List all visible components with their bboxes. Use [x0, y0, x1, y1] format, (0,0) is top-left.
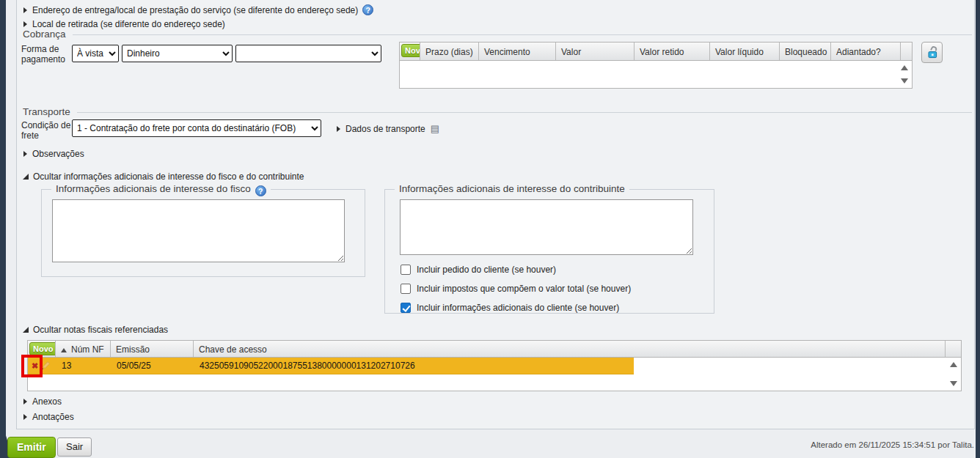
incluir-pedido-label: Incluir pedido do cliente (se houver) — [417, 265, 556, 275]
scroll-down-icon[interactable] — [901, 78, 908, 84]
column-header-vencimento[interactable]: Vencimento — [479, 43, 556, 60]
condicao-frete-label: Condição de frete — [21, 120, 74, 141]
incluir-info-cliente-label: Incluir informações adicionais do client… — [417, 303, 619, 313]
forma-pagamento-label: Forma de pagamento — [21, 44, 74, 64]
column-header-adiantado[interactable]: Adiantado? — [831, 43, 901, 60]
nova-nota-button[interactable]: Novo — [29, 342, 56, 355]
toggle-retirada-label: Local de retirada (se diferente do ender… — [32, 19, 225, 29]
checkbox-row-impostos: Incluir impostos que compõem o valor tot… — [401, 284, 631, 294]
anexos-label: Anexos — [32, 396, 62, 407]
incluir-impostos-checkbox[interactable] — [401, 284, 411, 294]
emitir-button[interactable]: Emitir — [7, 437, 56, 458]
column-header-prazo[interactable]: Prazo (dias) — [420, 43, 479, 60]
chave-acesso-cell: 4325059109052200018755138000000013120271… — [194, 361, 634, 371]
transporte-legend: Transporte — [23, 106, 77, 117]
observacoes-label: Observações — [32, 149, 84, 159]
notas-toggle-label: Ocultar notas fiscais referenciadas — [33, 325, 168, 335]
incluir-impostos-label: Incluir impostos que compõem o valor tot… — [417, 284, 631, 294]
help-icon[interactable] — [362, 4, 373, 15]
column-header-emissao[interactable]: Emissão — [111, 341, 194, 357]
fisco-legend-text: Informações adicionais de interesse do f… — [56, 183, 251, 194]
column-header-valor-retido[interactable]: Valor retido — [635, 43, 710, 60]
sair-button[interactable]: Sair — [57, 437, 92, 457]
collapsed-arrow-icon — [337, 126, 340, 132]
delete-row-icon[interactable]: ✖ — [32, 362, 38, 370]
expanded-arrow-icon — [23, 174, 29, 180]
nova-parcela-button[interactable]: Novo — [401, 44, 420, 57]
lock-button[interactable] — [921, 42, 943, 63]
contribuinte-fieldset: Informações adicionais de interesse do c… — [384, 189, 714, 314]
meio-pagamento-select[interactable]: Dinheiro — [122, 45, 233, 62]
toggle-observacoes[interactable]: Observações — [23, 149, 84, 159]
sort-asc-icon — [61, 348, 67, 352]
scroll-down-icon[interactable] — [950, 381, 957, 386]
emissao-cell: 05/05/25 — [111, 361, 194, 371]
cobranca-divider — [23, 34, 972, 35]
info-adicionais-toggle-label: Ocultar informações adicionais de intere… — [33, 171, 304, 182]
column-header-chave[interactable]: Chave de acesso — [194, 341, 946, 357]
toggle-local-retirada[interactable]: Local de retirada (se diferente do ender… — [23, 19, 225, 29]
checkbox-row-pedido: Incluir pedido do cliente (se houver) — [401, 265, 556, 275]
status-text: Alterado em 26/11/2025 15:34:51 por Tali… — [811, 440, 974, 449]
help-icon[interactable] — [255, 185, 266, 196]
toggle-endereco-label: Endereço de entrega/local de prestação d… — [32, 5, 358, 15]
toggle-info-adicionais[interactable]: Ocultar informações adicionais de intere… — [23, 171, 304, 182]
checkbox-row-info-cliente: Incluir informações adicionais do client… — [401, 303, 619, 313]
anotacoes-label: Anotações — [32, 412, 74, 422]
nota-referenciada-row[interactable]: ✖ 13 05/05/25 43250591090522000187551380… — [28, 358, 634, 374]
incluir-info-cliente-checkbox[interactable] — [401, 303, 411, 313]
toggle-endereco-entrega[interactable]: Endereço de entrega/local de prestação d… — [23, 4, 373, 15]
prazo-pagamento-select[interactable]: À vista — [72, 45, 119, 62]
notas-table-body: ✖ 13 05/05/25 43250591090522000187551380… — [27, 358, 962, 391]
form-icon: ▤ — [431, 123, 439, 134]
collapsed-arrow-icon — [23, 414, 27, 420]
right-window-edge — [976, 0, 980, 458]
parcelas-table: Novo Prazo (dias) Vencimento Valor Valor… — [399, 42, 913, 89]
header-spacer — [901, 43, 912, 60]
incluir-pedido-checkbox[interactable] — [401, 265, 411, 275]
header-spacer — [946, 341, 961, 357]
contribuinte-legend: Informações adicionais de interesse do c… — [395, 183, 629, 194]
parcelas-table-header: Novo Prazo (dias) Vencimento Valor Valor… — [399, 42, 913, 61]
num-nf-cell: 13 — [56, 361, 111, 371]
column-header-valor[interactable]: Valor — [556, 43, 635, 60]
form-panel: Endereço de entrega/local de prestação d… — [16, 0, 975, 429]
unlock-icon — [926, 45, 940, 59]
fisco-textarea[interactable] — [52, 199, 345, 262]
cobranca-legend: Cobrança — [23, 29, 73, 40]
column-header-valor-liquido[interactable]: Valor líquido — [710, 43, 780, 60]
fisco-fieldset: Informações adicionais de interesse do f… — [41, 189, 365, 277]
toggle-dados-transporte[interactable]: Dados de transporte ▤ — [336, 123, 439, 134]
num-nf-header-label: Núm NF — [71, 344, 104, 355]
row-actions-cell: ✖ — [28, 361, 56, 371]
collapsed-arrow-icon — [23, 399, 27, 405]
contribuinte-legend-text: Informações adicionais de interesse do c… — [399, 183, 625, 194]
edit-row-icon[interactable] — [40, 361, 50, 371]
transporte-divider — [23, 112, 972, 113]
fisco-legend: Informações adicionais de interesse do f… — [51, 183, 271, 196]
contribuinte-textarea[interactable] — [400, 199, 693, 255]
notas-table-header: Novo Núm NF Emissão Chave de acesso — [27, 340, 962, 358]
column-header-num-nf[interactable]: Núm NF — [56, 341, 111, 357]
scroll-up-icon[interactable] — [950, 362, 957, 367]
nova-nota-cell: Novo — [28, 341, 56, 357]
collapsed-arrow-icon — [23, 21, 27, 27]
conta-select[interactable] — [235, 45, 381, 62]
condicao-frete-select[interactable]: 1 - Contratação do frete por conta do de… — [72, 119, 321, 137]
scroll-up-icon[interactable] — [901, 65, 908, 70]
left-window-edge — [0, 0, 6, 458]
notas-table: Novo Núm NF Emissão Chave de acesso ✖ — [27, 340, 962, 391]
toggle-notas-referenciadas[interactable]: Ocultar notas fiscais referenciadas — [23, 325, 168, 335]
expanded-arrow-icon — [23, 327, 29, 333]
dados-transporte-label: Dados de transporte — [345, 124, 425, 134]
collapsed-arrow-icon — [23, 7, 27, 13]
nova-parcela-cell: Novo — [400, 43, 420, 60]
collapsed-arrow-icon — [23, 151, 27, 157]
toggle-anotacoes[interactable]: Anotações — [23, 412, 74, 422]
toggle-anexos[interactable]: Anexos — [23, 396, 62, 407]
parcelas-table-body — [399, 61, 913, 89]
column-header-bloqueado[interactable]: Bloqueado — [780, 43, 831, 60]
